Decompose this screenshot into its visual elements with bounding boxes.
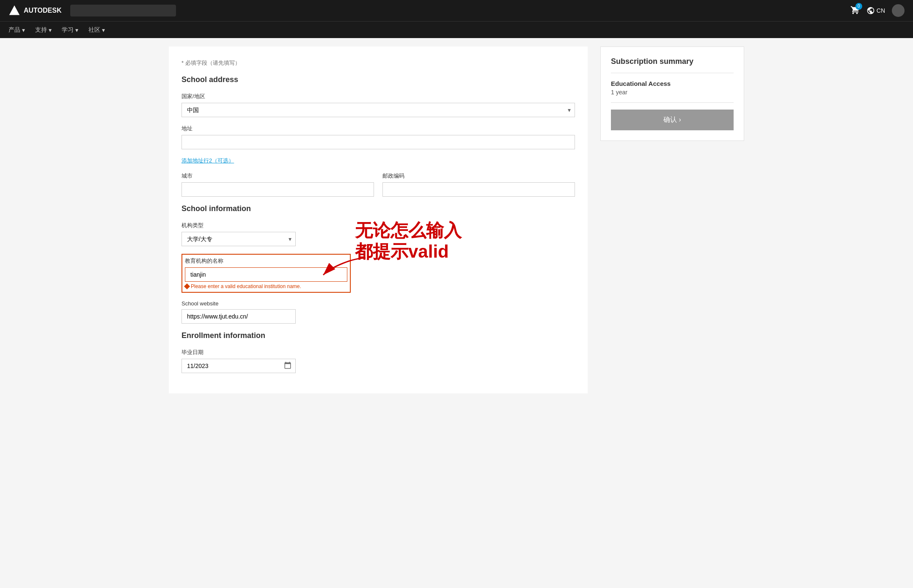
product-name: Educational Access bbox=[611, 80, 734, 87]
product-duration: 1 year bbox=[611, 89, 734, 96]
graduation-date-wrapper bbox=[182, 359, 296, 373]
error-icon bbox=[184, 283, 190, 289]
graduation-field-group: 毕业日期 bbox=[182, 349, 575, 373]
autodesk-logo[interactable]: AUTODESK bbox=[8, 5, 62, 16]
summary-title: Subscription summary bbox=[611, 57, 734, 66]
form-section: * 必填字段（请先填写） School address 国家/地区 中国 ▾ 地… bbox=[169, 47, 588, 393]
city-postal-row: 城市 邮政编码 bbox=[182, 172, 575, 204]
postal-input[interactable] bbox=[382, 182, 575, 197]
add-address-link[interactable]: 添加地址行2（可选） bbox=[182, 157, 234, 165]
city-field-group: 城市 bbox=[182, 172, 374, 197]
enrollment-title: Enrollment information bbox=[182, 331, 575, 340]
postal-label: 邮政编码 bbox=[382, 172, 575, 180]
cart-button[interactable]: 0 bbox=[850, 5, 860, 16]
search-input[interactable] bbox=[70, 5, 176, 16]
logo-text: AUTODESK bbox=[24, 7, 62, 14]
chevron-down-icon: ▾ bbox=[75, 27, 78, 33]
address-input[interactable] bbox=[182, 135, 575, 149]
nav-learn[interactable]: 学习 ▾ bbox=[62, 26, 78, 34]
country-label: 国家/地区 bbox=[182, 93, 575, 100]
language-button[interactable]: CN bbox=[866, 6, 885, 15]
institution-name-input[interactable] bbox=[185, 267, 347, 282]
address-label: 地址 bbox=[182, 125, 575, 132]
nav-support[interactable]: 支持 ▾ bbox=[35, 26, 52, 34]
secondary-nav: 产品 ▾ 支持 ▾ 学习 ▾ 社区 ▾ bbox=[0, 21, 913, 38]
postal-field-group: 邮政编码 bbox=[382, 172, 575, 197]
cart-badge: 0 bbox=[855, 3, 862, 10]
chevron-down-icon: ▾ bbox=[22, 27, 25, 33]
svg-marker-0 bbox=[9, 5, 20, 15]
school-website-field-group: School website bbox=[182, 300, 575, 324]
institution-name-error-group: 教育机构的名称 Please enter a valid educational… bbox=[182, 254, 351, 293]
lang-label: CN bbox=[877, 7, 885, 14]
country-select-wrapper: 中国 ▾ bbox=[182, 103, 575, 117]
institution-type-select-wrapper: 大学/大专 ▾ bbox=[182, 232, 296, 246]
graduation-date-input[interactable] bbox=[182, 359, 296, 373]
main-layout: 无论怎么输入 都提示valid * 必填字段（请先填写） School addr… bbox=[160, 38, 753, 402]
chevron-down-icon: ▾ bbox=[49, 27, 52, 33]
summary-divider-2 bbox=[611, 102, 734, 103]
institution-error-message: Please enter a valid educational institu… bbox=[185, 283, 347, 289]
city-input[interactable] bbox=[182, 182, 374, 197]
address-field-group: 地址 bbox=[182, 125, 575, 149]
nav-community[interactable]: 社区 ▾ bbox=[88, 26, 105, 34]
subscription-summary: Subscription summary Educational Access … bbox=[600, 47, 744, 141]
country-field-group: 国家/地区 中国 ▾ bbox=[182, 93, 575, 117]
required-note: * 必填字段（请先填写） bbox=[182, 59, 575, 67]
institution-type-label: 机构类型 bbox=[182, 222, 575, 229]
school-website-input[interactable] bbox=[182, 309, 296, 324]
city-label: 城市 bbox=[182, 172, 374, 180]
institution-name-label: 教育机构的名称 bbox=[185, 257, 347, 265]
summary-divider bbox=[611, 73, 734, 73]
sidebar: Subscription summary Educational Access … bbox=[600, 47, 744, 393]
school-address-title: School address bbox=[182, 75, 575, 84]
chevron-down-icon: ▾ bbox=[102, 27, 105, 33]
school-info-title: School information bbox=[182, 204, 575, 213]
institution-type-select[interactable]: 大学/大专 bbox=[182, 232, 296, 246]
school-website-label: School website bbox=[182, 300, 575, 307]
confirm-button[interactable]: 确认 › bbox=[611, 110, 734, 130]
top-nav: AUTODESK 0 CN bbox=[0, 0, 913, 21]
user-avatar[interactable] bbox=[892, 4, 905, 17]
nav-products[interactable]: 产品 ▾ bbox=[8, 26, 25, 34]
graduation-label: 毕业日期 bbox=[182, 349, 575, 356]
country-select[interactable]: 中国 bbox=[182, 103, 575, 117]
nav-right-group: 0 CN bbox=[850, 4, 905, 17]
institution-type-field-group: 机构类型 大学/大专 ▾ bbox=[182, 222, 575, 246]
globe-icon bbox=[866, 6, 875, 15]
autodesk-logo-icon bbox=[8, 5, 20, 16]
